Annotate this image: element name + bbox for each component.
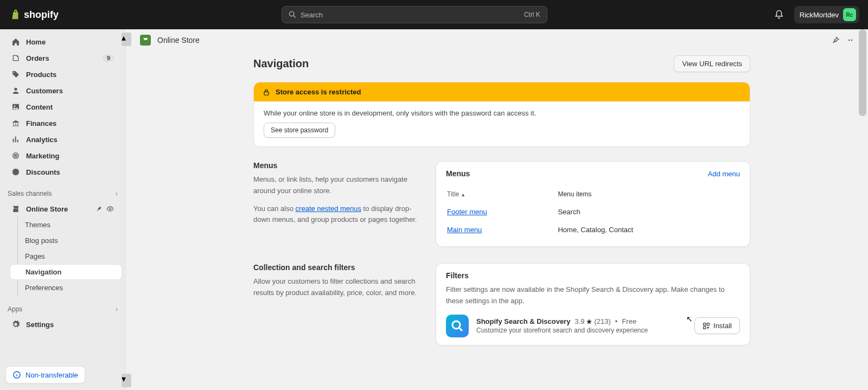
app-meta: Shopify Search & Discovery 3.9 (213) • F… — [476, 317, 687, 334]
add-menu-link[interactable]: Add menu — [708, 170, 740, 178]
nav-discounts[interactable]: Discounts — [3, 164, 122, 180]
orders-badge: 9 — [103, 54, 114, 62]
search-icon — [289, 11, 296, 18]
menus-table: Title▲ Menu items Footer menu Search Mai… — [446, 186, 740, 239]
menus-card: Menus Add menu Title▲ Menu items Footer … — [436, 161, 750, 247]
subnav-pages[interactable]: Pages — [10, 248, 122, 264]
home-icon — [11, 37, 21, 47]
col-title[interactable]: Title▲ — [447, 190, 558, 198]
svg-point-9 — [848, 40, 850, 41]
online-store-subnav: Themes Blog posts Pages Navigation Prefe… — [7, 217, 125, 296]
create-nested-menus-link[interactable]: create nested menus — [296, 204, 361, 213]
page-title: Navigation — [253, 57, 309, 70]
menus-section: Menus Menus, or link lists, help your cu… — [253, 161, 750, 247]
menus-desc: Menus, or link lists, help your customer… — [253, 174, 422, 197]
bell-icon — [774, 10, 784, 20]
svg-rect-15 — [707, 323, 709, 325]
sidebar-scroll-down[interactable]: ▾ — [122, 374, 131, 387]
nav-finances[interactable]: Finances — [3, 115, 122, 131]
nav-analytics[interactable]: Analytics — [3, 131, 122, 148]
subnav-navigation[interactable]: Navigation — [10, 264, 122, 280]
main-scrollbar-thumb[interactable] — [859, 29, 866, 116]
page-header: Navigation View URL redirects — [253, 55, 750, 72]
breadcrumb-bar: Online Store — [136, 29, 868, 51]
sidebar-scroll-up[interactable]: ▴ — [122, 33, 131, 46]
subnav-blog-posts[interactable]: Blog posts — [10, 233, 122, 248]
chevron-right-icon: › — [116, 305, 118, 313]
svg-rect-14 — [704, 323, 706, 325]
subnav-preferences[interactable]: Preferences — [10, 280, 122, 296]
store-icon — [11, 204, 21, 214]
channel-actions — [95, 205, 114, 213]
svg-rect-16 — [704, 327, 706, 329]
main-content: Online Store Navigation View URL redirec… — [136, 29, 868, 390]
filters-card-title: Filters — [446, 271, 740, 280]
eye-icon[interactable] — [106, 205, 114, 213]
nav-products[interactable]: Products — [3, 66, 122, 82]
pin-icon[interactable] — [831, 36, 840, 44]
svg-point-7 — [109, 208, 111, 210]
table-row: Main menu Home, Catalog, Contact — [446, 221, 740, 239]
person-icon — [11, 86, 21, 95]
gear-icon — [11, 319, 21, 329]
svg-rect-12 — [264, 92, 269, 95]
orders-icon — [11, 53, 21, 63]
chevron-right-icon: › — [116, 190, 118, 197]
chart-icon — [11, 135, 21, 144]
search-wrap: Search Ctrl K — [59, 6, 770, 23]
user-menu[interactable]: RickMortdev Rc — [794, 6, 859, 23]
view-url-redirects-button[interactable]: View URL redirects — [674, 55, 750, 72]
filters-info: Collection and search filters Allow your… — [253, 263, 422, 346]
svg-point-13 — [452, 321, 460, 329]
apps-header[interactable]: Apps› — [0, 302, 125, 316]
menus-card-header: Menus Add menu — [446, 169, 740, 178]
menus-info: Menus Menus, or link lists, help your cu… — [253, 161, 422, 247]
nav-home[interactable]: Home — [3, 34, 122, 50]
image-icon — [11, 102, 21, 112]
filters-card: Filters Filter settings are now availabl… — [436, 263, 750, 346]
search-app-icon — [451, 319, 464, 333]
svg-point-1 — [14, 88, 17, 91]
nav-content[interactable]: Content — [3, 99, 122, 115]
main-scrollbar-track[interactable] — [853, 29, 868, 390]
nav-customers[interactable]: Customers — [3, 82, 122, 99]
banner-header: Store access is restricted — [254, 82, 750, 101]
nav-online-store[interactable]: Online Store — [3, 201, 122, 217]
online-store-channel-icon — [140, 35, 151, 46]
shopify-bag-icon — [9, 8, 21, 21]
username: RickMortdev — [800, 11, 839, 19]
menu-main-link[interactable]: Main menu — [447, 226, 482, 234]
grid-plus-icon — [703, 322, 710, 330]
pin-icon[interactable] — [95, 205, 103, 213]
table-row: Footer menu Search — [446, 203, 740, 221]
nav-marketing[interactable]: Marketing — [3, 148, 122, 164]
app-name-row: Shopify Search & Discovery 3.9 (213) • F… — [476, 317, 687, 325]
install-button[interactable]: Install — [694, 317, 740, 334]
menu-footer-link[interactable]: Footer menu — [447, 208, 487, 216]
svg-point-0 — [289, 11, 293, 16]
info-icon — [12, 370, 21, 379]
brand-text: shopify — [24, 9, 59, 21]
filters-card-body: Filter settings are now available in the… — [446, 284, 740, 307]
shopify-logo[interactable]: shopify — [9, 8, 59, 21]
app-tagline: Customize your storefront search and dis… — [476, 327, 687, 334]
nav-settings[interactable]: Settings — [3, 316, 122, 333]
banner-restricted: Store access is restricted While your on… — [253, 82, 750, 147]
sales-channels-header[interactable]: Sales channels› — [0, 187, 125, 201]
col-items: Menu items — [558, 190, 739, 198]
lock-icon — [263, 88, 270, 96]
filters-desc: Allow your customers to filter collectio… — [253, 276, 422, 299]
topbar-right: RickMortdev Rc — [770, 6, 859, 23]
filters-heading: Collection and search filters — [253, 263, 422, 272]
notifications-button[interactable] — [770, 6, 788, 23]
non-transferable-pill[interactable]: Non-transferable — [5, 366, 85, 383]
svg-point-10 — [851, 40, 853, 41]
app-icon — [446, 315, 469, 337]
search-input[interactable]: Search Ctrl K — [282, 6, 547, 23]
nav-orders[interactable]: Orders9 — [3, 50, 122, 66]
subnav-themes[interactable]: Themes — [10, 217, 122, 233]
tag-icon — [11, 69, 21, 79]
discount-icon — [11, 167, 21, 177]
see-store-password-button[interactable]: See store password — [264, 123, 335, 138]
banner-body: While your online store is in developmen… — [254, 101, 750, 146]
